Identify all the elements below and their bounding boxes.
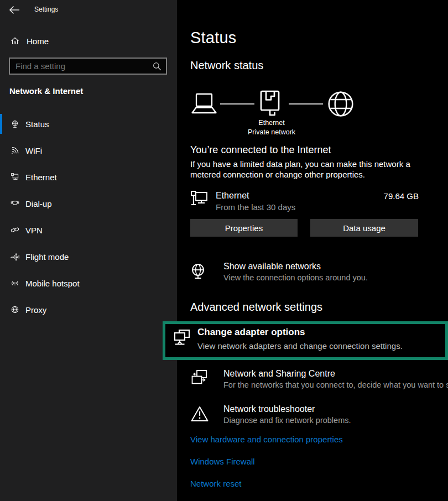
internet-globe-icon xyxy=(327,90,355,118)
status-globe-icon xyxy=(10,118,20,129)
row-title: Network troubleshooter xyxy=(223,404,315,414)
network-diagram: Ethernet Private network xyxy=(190,90,434,140)
data-usage-button[interactable]: Data usage xyxy=(310,219,418,237)
sidebar-section-label: Network & Internet xyxy=(9,86,83,96)
warning-triangle-icon xyxy=(190,405,209,423)
search-box xyxy=(9,58,167,75)
row-subtitle: View network adapters and change connect… xyxy=(197,341,403,351)
dialup-phone-icon xyxy=(10,198,20,209)
sidebar-item-vpn[interactable]: VPN xyxy=(0,220,177,240)
home-icon xyxy=(10,35,20,46)
sidebar-item-label: Proxy xyxy=(25,305,46,315)
connected-heading: You’re connected to the Internet xyxy=(190,144,331,156)
sidebar-item-label: Ethernet xyxy=(25,173,57,182)
sidebar-item-home[interactable]: Home xyxy=(0,32,177,50)
monitor-ethernet-icon xyxy=(190,190,210,210)
sidebar-item-wifi[interactable]: WiFi xyxy=(0,140,177,160)
sidebar-item-label: Status xyxy=(25,119,49,129)
network-sharing-centre-row[interactable]: Network and Sharing Centre For the netwo… xyxy=(190,369,434,393)
network-troubleshooter-row[interactable]: Network troubleshooter Diagnose and fix … xyxy=(190,404,434,429)
sidebar-item-label: VPN xyxy=(25,226,43,235)
change-adapter-options-row[interactable]: Change adapter options View network adap… xyxy=(163,321,448,360)
diagram-network-type: Private network xyxy=(225,128,319,136)
sidebar-item-flight-mode[interactable]: Flight mode xyxy=(0,247,177,267)
usage-amount: 79.64 GB xyxy=(308,191,419,201)
view-hardware-properties-link[interactable]: View hardware and connection properties xyxy=(190,435,343,444)
proxy-globe-icon xyxy=(10,304,20,315)
network-reset-link[interactable]: Network reset xyxy=(190,479,242,488)
connection-line xyxy=(220,103,254,105)
sidebar-nav: Status WiFi xyxy=(0,114,177,326)
usage-period: From the last 30 days xyxy=(216,202,295,212)
network-adapters-icon xyxy=(173,328,192,351)
connection-line xyxy=(289,103,323,105)
page-title: Status xyxy=(190,29,236,47)
sidebar-item-mobile-hotspot[interactable]: Mobile hotspot xyxy=(0,273,177,293)
wifi-icon xyxy=(10,145,20,156)
app-title: Settings xyxy=(34,6,58,13)
row-title: Network and Sharing Centre xyxy=(223,369,335,379)
airplane-icon xyxy=(10,251,20,262)
laptop-icon xyxy=(190,93,218,115)
advanced-settings-heading: Advanced network settings xyxy=(190,301,322,314)
hotspot-icon xyxy=(10,278,20,289)
sidebar-item-dialup[interactable]: Dial-up xyxy=(0,194,177,213)
row-subtitle: Diagnose and fix network problems. xyxy=(223,416,351,425)
diagram-connection-label: Ethernet xyxy=(225,119,319,127)
row-title: Change adapter options xyxy=(197,327,305,338)
settings-window: Settings Home Network & Internet xyxy=(0,0,448,501)
usage-network-name: Ethernet xyxy=(216,191,249,201)
search-input[interactable] xyxy=(10,59,166,74)
back-button[interactable] xyxy=(7,4,22,16)
sidebar-item-label: Dial-up xyxy=(25,199,52,208)
globe-stand-icon xyxy=(188,262,208,282)
ethernet-icon xyxy=(10,171,20,182)
sidebar: Settings Home Network & Internet xyxy=(0,0,177,501)
row-subtitle: For the networks that you connect to, de… xyxy=(223,380,448,389)
sidebar-item-status[interactable]: Status xyxy=(0,114,177,134)
sidebar-item-label: WiFi xyxy=(25,146,42,155)
network-status-heading: Network status xyxy=(190,59,263,72)
sidebar-item-label: Mobile hotspot xyxy=(25,279,80,288)
windows-firewall-link[interactable]: Windows Firewall xyxy=(190,457,255,466)
sidebar-item-ethernet[interactable]: Ethernet xyxy=(0,167,177,187)
back-arrow-icon xyxy=(7,4,22,16)
sidebar-item-label: Home xyxy=(27,36,49,46)
row-title: Show available networks xyxy=(223,262,321,272)
main-content: Status Network status xyxy=(177,0,448,501)
sidebar-item-label: Flight mode xyxy=(25,252,69,262)
ethernet-plug-icon xyxy=(259,90,281,121)
vpn-links-icon xyxy=(10,225,20,236)
show-available-networks-row[interactable]: Show available networks View the connect… xyxy=(190,262,434,286)
properties-button[interactable]: Properties xyxy=(190,219,298,237)
search-icon[interactable] xyxy=(152,61,162,71)
row-subtitle: View the connection options around you. xyxy=(223,273,368,282)
sharing-icon xyxy=(190,369,209,389)
connected-description: If you have a limited data plan, you can… xyxy=(190,159,433,180)
sidebar-item-proxy[interactable]: Proxy xyxy=(0,300,177,320)
selected-indicator xyxy=(0,114,2,134)
